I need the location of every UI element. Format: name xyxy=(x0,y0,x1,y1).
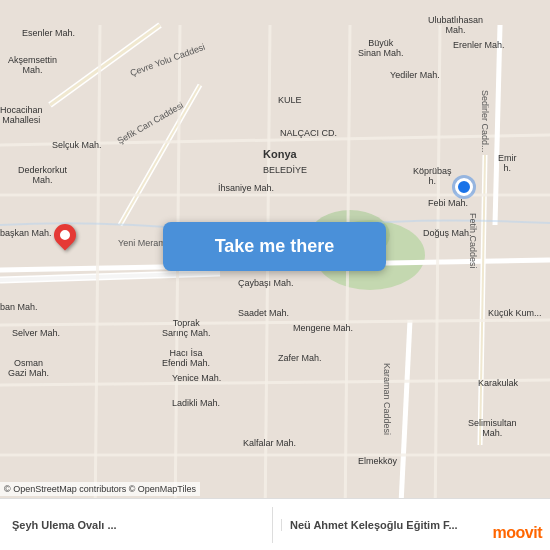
moovit-logo: moovit xyxy=(493,524,542,542)
map-container: Esenler Mah. AkşemsettinMah. HocacihanMa… xyxy=(0,0,550,550)
map-background xyxy=(0,0,550,550)
take-me-there-button[interactable]: Take me there xyxy=(163,222,386,271)
moovit-text: moovit xyxy=(493,524,542,542)
bottom-bar: Şeyh Ulema Ovalı ... Neü Ahmet Keleşoğlu… xyxy=(0,498,550,550)
origin-marker xyxy=(455,178,473,196)
origin-label: Şeyh Ulema Ovalı ... xyxy=(12,519,264,531)
attribution-text: © OpenStreetMap contributors © OpenMapTi… xyxy=(0,482,200,496)
bottom-left-section: Şeyh Ulema Ovalı ... xyxy=(8,519,264,531)
take-me-there-label: Take me there xyxy=(215,236,335,257)
